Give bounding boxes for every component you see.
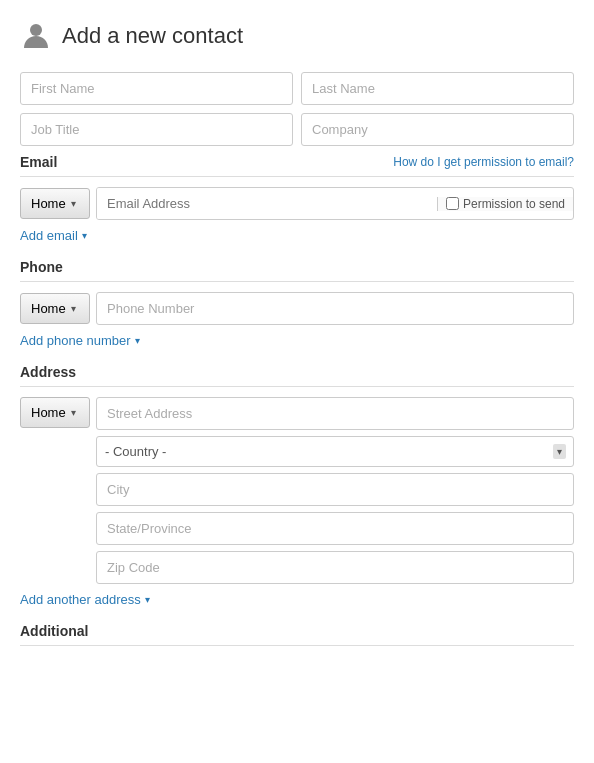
page-title: Add a new contact	[62, 23, 243, 49]
street-address-input[interactable]	[96, 397, 574, 430]
last-name-input[interactable]	[301, 72, 574, 105]
add-email-label: Add email	[20, 228, 78, 243]
state-input[interactable]	[96, 512, 574, 545]
address-section: Address Home ▾ - Country - United States…	[20, 364, 574, 607]
permission-text: Permission to send	[463, 197, 565, 211]
address-row: Home ▾ - Country - United States Canada …	[20, 397, 574, 584]
permission-checkbox[interactable]	[446, 197, 459, 210]
name-row	[20, 72, 574, 105]
email-field-row: Home ▾ Permission to send	[20, 187, 574, 220]
permission-help-link[interactable]: How do I get permission to email?	[393, 155, 574, 169]
add-email-caret: ▾	[82, 230, 87, 241]
email-input[interactable]	[97, 188, 437, 219]
phone-type-caret: ▾	[71, 303, 76, 314]
add-phone-caret: ▾	[135, 335, 140, 346]
first-name-input[interactable]	[20, 72, 293, 105]
country-select-wrap: - Country - United States Canada United …	[96, 436, 574, 467]
permission-label[interactable]: Permission to send	[437, 197, 573, 211]
address-fields: - Country - United States Canada United …	[96, 397, 574, 584]
address-type-dropdown[interactable]: Home ▾	[20, 397, 90, 428]
svg-point-0	[30, 24, 42, 36]
add-address-link[interactable]: Add another address ▾	[20, 592, 574, 607]
job-title-input[interactable]	[20, 113, 293, 146]
email-type-caret: ▾	[71, 198, 76, 209]
email-field-group: Permission to send	[96, 187, 574, 220]
phone-section-title: Phone	[20, 259, 63, 275]
phone-field-row: Home ▾	[20, 292, 574, 325]
phone-section: Phone Home ▾ Add phone number ▾	[20, 259, 574, 348]
phone-type-dropdown[interactable]: Home ▾	[20, 293, 90, 324]
phone-section-header: Phone	[20, 259, 574, 282]
email-type-label: Home	[31, 196, 66, 211]
address-type-caret: ▾	[71, 407, 76, 418]
country-select[interactable]: - Country - United States Canada United …	[96, 436, 574, 467]
add-phone-label: Add phone number	[20, 333, 131, 348]
phone-input[interactable]	[96, 292, 574, 325]
add-address-caret: ▾	[145, 594, 150, 605]
address-section-title: Address	[20, 364, 76, 380]
city-input[interactable]	[96, 473, 574, 506]
person-icon	[20, 20, 52, 52]
address-section-header: Address	[20, 364, 574, 387]
additional-section: Additional	[20, 623, 574, 646]
email-section: Email How do I get permission to email? …	[20, 154, 574, 243]
email-type-dropdown[interactable]: Home ▾	[20, 188, 90, 219]
phone-type-label: Home	[31, 301, 66, 316]
add-phone-link[interactable]: Add phone number ▾	[20, 333, 574, 348]
company-input[interactable]	[301, 113, 574, 146]
page-header: Add a new contact	[20, 20, 574, 52]
additional-section-title: Additional	[20, 623, 574, 646]
add-email-link[interactable]: Add email ▾	[20, 228, 574, 243]
job-row	[20, 113, 574, 146]
add-address-label: Add another address	[20, 592, 141, 607]
zip-input[interactable]	[96, 551, 574, 584]
address-type-label: Home	[31, 405, 66, 420]
email-section-header: Email How do I get permission to email?	[20, 154, 574, 177]
email-section-title: Email	[20, 154, 57, 170]
